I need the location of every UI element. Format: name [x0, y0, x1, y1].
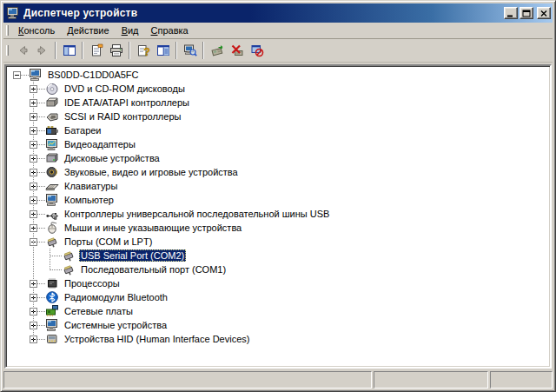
tree-item[interactable]: SCSI и RAID контроллеры [6, 110, 550, 123]
tree-item[interactable]: Мыши и иные указывающие устройства [6, 221, 550, 235]
tree-item-label[interactable]: Радиомодули Bluetooth [63, 291, 169, 303]
tree-item[interactable]: Звуковые, видео и игровые устройства [6, 165, 550, 179]
serial-port-icon [62, 249, 76, 262]
menu-item-help[interactable]: Справка [145, 23, 195, 38]
tree-connector [46, 262, 62, 276]
video-adapter-icon [45, 137, 59, 151]
maximize-button[interactable] [520, 7, 533, 19]
show-hide-action-pane-button[interactable] [153, 41, 173, 60]
tree-item[interactable]: Клавиатуры [6, 179, 550, 193]
show-hide-console-tree-button[interactable] [59, 41, 79, 60]
tree-connector [30, 165, 45, 179]
ide-controller-icon [45, 96, 59, 110]
usb-controller-icon [45, 207, 59, 221]
uninstall-icon [230, 43, 244, 57]
tree-item[interactable]: Видеоадаптеры [6, 137, 550, 151]
menu-item-action[interactable]: Действие [61, 23, 115, 38]
computer-icon [45, 193, 59, 207]
tree-item-label[interactable]: Видеоадаптеры [63, 138, 137, 150]
tree-item-label[interactable]: Сетевые платы [63, 305, 135, 317]
tree-item[interactable]: BS0DD-C1DD0A5FC [6, 68, 550, 82]
toolbar-separator [175, 42, 177, 59]
expander-minus-icon[interactable] [13, 71, 21, 79]
tree-connector [30, 235, 45, 249]
print-button[interactable] [106, 41, 126, 60]
tree-item[interactable]: IDE ATA/ATAPI контроллеры [6, 96, 550, 110]
tree-item[interactable]: DVD и CD-ROM дисководы [6, 82, 550, 96]
tree-item-label[interactable]: Компьютер [63, 194, 116, 206]
menu-bar: КонсольДействиеВидСправка [3, 23, 553, 39]
tree-item-label[interactable]: Последовательный порт (COM1) [79, 263, 228, 276]
device-tree-panel[interactable]: BS0DD-C1DD0A5FCDVD и CD-ROM дисководыIDE… [4, 64, 552, 369]
tree-item-label[interactable]: Порты (COM и LPT) [63, 236, 154, 248]
tree-item[interactable]: Компьютер [6, 193, 550, 207]
tree-connector [30, 110, 45, 123]
tree-item-label[interactable]: Батареи [63, 124, 103, 136]
tree-item[interactable]: Батареи [6, 123, 550, 137]
tree-trunk-line [50, 249, 50, 270]
tree-item[interactable]: Процессоры [6, 276, 550, 290]
tree-item[interactable]: USB Serial Port (COM2) [6, 249, 550, 262]
tree-item-label[interactable]: Контроллеры универсальной последовательн… [63, 208, 331, 220]
properties-icon [89, 43, 103, 57]
scan-hardware-changes-button[interactable] [180, 41, 200, 60]
tree-item-label[interactable]: SCSI и RAID контроллеры [63, 110, 182, 123]
scsi-controller-icon [45, 110, 59, 123]
cdrom-drive-icon [45, 82, 59, 96]
tree-item-label[interactable]: Процессоры [63, 277, 122, 289]
back-button[interactable] [12, 41, 32, 60]
device-manager-app-icon [6, 6, 20, 20]
tree-item[interactable]: Системные устройства [6, 318, 550, 332]
tree-item[interactable]: Радиомодули Bluetooth [6, 290, 550, 304]
device-manager-window: Диспетчер устройств КонсольДействиеВидСп… [0, 0, 556, 392]
tree-connector [30, 221, 45, 235]
minimize-icon [506, 10, 515, 17]
menu-item-console[interactable]: Консоль [12, 23, 61, 38]
tree-item-label[interactable]: Клавиатуры [63, 180, 119, 192]
tree-item-label[interactable]: Звуковые, видео и игровые устройства [63, 166, 240, 178]
close-icon [539, 10, 548, 17]
tree-item[interactable]: Последовательный порт (COM1) [6, 262, 550, 276]
toolbar-gripper[interactable] [6, 45, 9, 56]
cpu-icon [45, 276, 59, 290]
tree-item-label[interactable]: BS0DD-C1DD0A5FC [46, 69, 141, 81]
tree-item-label-selected[interactable]: USB Serial Port (COM2) [79, 249, 186, 262]
mouse-icon [45, 221, 59, 235]
tree-item-label[interactable]: Системные устройства [63, 319, 169, 331]
tree-item[interactable]: Дисковые устройства [6, 151, 550, 165]
update-driver-icon [210, 43, 224, 57]
tree-item[interactable]: Порты (COM и LPT) [6, 235, 550, 249]
minimize-button[interactable] [504, 7, 518, 19]
tree-item-label[interactable]: Дисковые устройства [63, 152, 162, 164]
menu-gripper[interactable] [6, 25, 9, 36]
close-button[interactable] [537, 7, 551, 19]
update-driver-button[interactable] [207, 41, 227, 60]
toolbar-separator [202, 42, 204, 59]
tree-item[interactable]: Устройства HID (Human Interface Devices) [6, 332, 550, 346]
titlebar[interactable]: Диспетчер устройств [3, 3, 553, 23]
system-device-icon [45, 318, 59, 332]
tree-item-label[interactable]: Мыши и иные указывающие устройства [63, 222, 243, 234]
tree-item[interactable]: Контроллеры универсальной последовательн… [6, 207, 550, 221]
menu-item-view[interactable]: Вид [116, 23, 145, 38]
properties-button[interactable] [86, 41, 106, 60]
tree-item[interactable]: Сетевые платы [6, 304, 550, 318]
tree-connector [30, 151, 45, 165]
disable-icon [250, 43, 264, 57]
tree-item-label[interactable]: IDE ATA/ATAPI контроллеры [63, 96, 191, 109]
printer-icon [109, 43, 123, 57]
tree-item-label[interactable]: DVD и CD-ROM дисководы [63, 83, 187, 95]
disable-device-button[interactable] [247, 41, 267, 60]
tree-trunk-line [33, 82, 34, 340]
help-button[interactable] [133, 41, 153, 60]
window-controls [504, 7, 551, 19]
scan-hardware-icon [183, 43, 197, 57]
tree-connector [46, 249, 62, 262]
network-card-icon [45, 304, 59, 318]
maximize-icon [522, 10, 531, 17]
forward-button[interactable] [32, 41, 52, 60]
status-panel-main [3, 371, 372, 389]
status-panel-mid [374, 371, 488, 389]
tree-item-label[interactable]: Устройства HID (Human Interface Devices) [63, 333, 251, 345]
uninstall-device-button[interactable] [227, 41, 247, 60]
